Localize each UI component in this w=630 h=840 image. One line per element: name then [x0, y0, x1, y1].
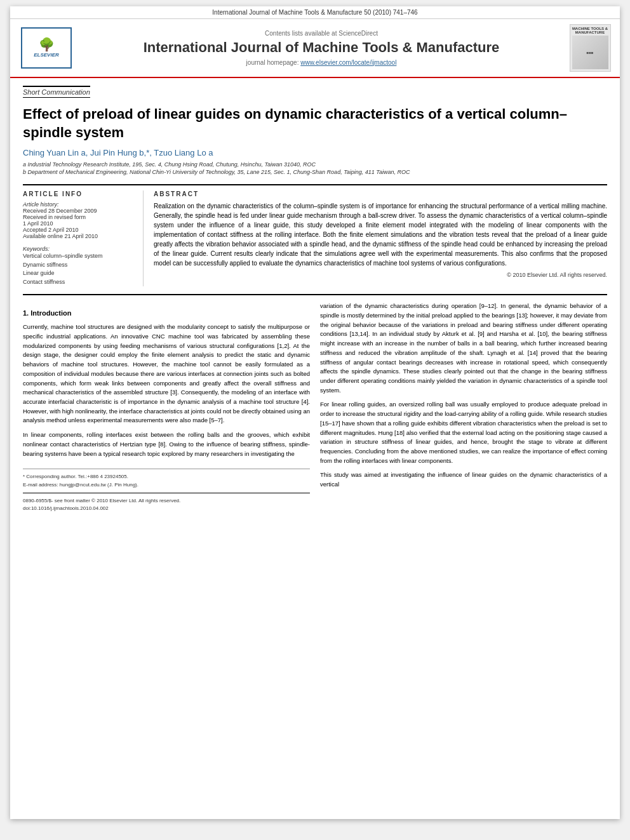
available-date: Available online 21 April 2010 — [23, 233, 135, 239]
footnote-doi: doi:10.1016/j.ijmachtools.2010.04.002 — [23, 505, 310, 512]
elsevier-wordmark: ELSEVIER — [34, 52, 59, 58]
intro-para2: In linear components, rolling interfaces… — [23, 430, 310, 458]
keyword-2: Dynamic stiffness — [23, 261, 135, 270]
intro-para1: Currently, machine tool structures are d… — [23, 323, 310, 425]
accepted-date: Accepted 2 April 2010 — [23, 227, 135, 233]
keyword-1: Vertical column–spindle system — [23, 252, 135, 261]
right-para1: variation of the dynamic characteristics… — [320, 302, 607, 395]
keywords-section: Keywords: Vertical column–spindle system… — [23, 246, 135, 286]
main-col-left: 1. Introduction Currently, machine tool … — [23, 302, 310, 513]
footnote-section: * Corresponding author. Tel.:+886 4 2392… — [23, 469, 310, 513]
article-title: Effect of preload of linear guides on dy… — [23, 105, 607, 142]
footnote-star: * Corresponding author. Tel.:+886 4 2392… — [23, 473, 310, 481]
journal-header: 🌳 ELSEVIER Contents lists available at S… — [10, 19, 620, 78]
abstract-column: ABSTRACT Realization on the dynamic char… — [154, 190, 607, 286]
right-para2: For linear rolling guides, an oversized … — [320, 400, 607, 465]
footnote-email: E-mail address: hungjp@ncut.edu.tw (J. P… — [23, 481, 310, 489]
journal-center: Contents lists available at ScienceDirec… — [81, 30, 561, 65]
article-page: International Journal of Machine Tools &… — [10, 6, 620, 819]
article-body: Short Communication Effect of preload of… — [10, 78, 620, 521]
cover-image: MACHINE TOOLS & MANUFACTURE ■■■ — [570, 24, 611, 72]
article-info-title: ARTICLE INFO — [23, 190, 135, 197]
keyword-3: Linear guide — [23, 269, 135, 278]
footnote-issn: 0890-6955/$- see front matter © 2010 Els… — [23, 497, 310, 505]
journal-citation: International Journal of Machine Tools &… — [212, 9, 417, 16]
journal-homepage: journal homepage: www.elsevier.com/locat… — [81, 59, 561, 66]
affiliation-b: b Department of Mechanical Engineering, … — [23, 169, 607, 175]
homepage-link[interactable]: www.elsevier.com/locate/ijmactool — [300, 59, 396, 66]
keyword-4: Contact stiffness — [23, 278, 135, 287]
info-abstract-section: ARTICLE INFO Article history: Received 2… — [23, 184, 607, 286]
section1-heading: 1. Introduction — [23, 308, 310, 319]
abstract-title: ABSTRACT — [154, 190, 607, 197]
journal-thumbnail: MACHINE TOOLS & MANUFACTURE ■■■ — [568, 24, 612, 72]
article-type: Short Communication — [23, 86, 90, 98]
sciencedirect-line: Contents lists available at ScienceDirec… — [81, 30, 561, 37]
cover-graphic: ■■■ — [587, 51, 594, 55]
elsevier-logo: 🌳 ELSEVIER — [18, 27, 75, 69]
tree-icon: 🌳 — [39, 38, 55, 51]
abstract-text: Realization on the dynamic characteristi… — [154, 201, 607, 268]
revised-date: 1 April 2010 — [23, 220, 135, 227]
main-content: 1. Introduction Currently, machine tool … — [23, 294, 607, 513]
cover-title: MACHINE TOOLS & MANUFACTURE — [572, 27, 608, 34]
logo-box: 🌳 ELSEVIER — [21, 27, 72, 69]
article-info-column: ARTICLE INFO Article history: Received 2… — [23, 190, 144, 286]
keywords-label: Keywords: — [23, 246, 135, 252]
sciencedirect-prefix: Contents lists available at ScienceDirec… — [265, 30, 378, 37]
journal-title: International Journal of Machine Tools &… — [81, 39, 561, 56]
right-para3: This study was aimed at investigating th… — [320, 470, 607, 489]
received-date: Received 28 December 2009 — [23, 208, 135, 214]
affiliation-a: a Industrial Technology Research Institu… — [23, 161, 607, 168]
revised-label: Received in revised form — [23, 214, 135, 220]
authors: Ching Yuan Lin a, Jui Pin Hung b,*, Tzuo… — [23, 148, 607, 157]
copyright: © 2010 Elsevier Ltd. All rights reserved… — [154, 272, 607, 278]
history-label: Article history: — [23, 201, 135, 208]
homepage-label: journal homepage: — [246, 59, 299, 66]
journal-citation-bar: International Journal of Machine Tools &… — [10, 6, 620, 19]
main-col-right: variation of the dynamic characteristics… — [320, 302, 607, 513]
